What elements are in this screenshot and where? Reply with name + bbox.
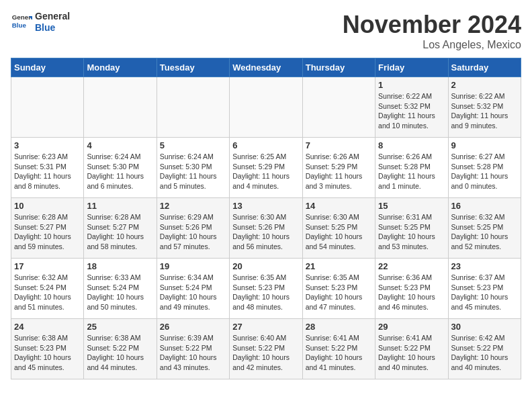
calendar-cell: 13Sunrise: 6:30 AM Sunset: 5:26 PM Dayli…	[230, 198, 302, 259]
day-info: Sunrise: 6:32 AM Sunset: 5:24 PM Dayligh…	[14, 273, 81, 312]
weekday-header: Sunday	[11, 58, 84, 77]
logo: General Blue General Blue	[11, 11, 70, 34]
location-subtitle: Los Angeles, Mexico	[343, 39, 521, 51]
day-number: 6	[232, 140, 299, 150]
calendar-cell: 11Sunrise: 6:28 AM Sunset: 5:27 PM Dayli…	[84, 198, 157, 259]
day-number: 30	[451, 322, 518, 332]
calendar-cell: 29Sunrise: 6:41 AM Sunset: 5:22 PM Dayli…	[375, 319, 448, 379]
day-number: 16	[451, 201, 518, 211]
day-info: Sunrise: 6:32 AM Sunset: 5:25 PM Dayligh…	[451, 212, 518, 252]
calendar-cell: 10Sunrise: 6:28 AM Sunset: 5:27 PM Dayli…	[11, 198, 84, 259]
day-number: 21	[306, 261, 372, 271]
calendar-cell: 14Sunrise: 6:30 AM Sunset: 5:25 PM Dayli…	[302, 198, 375, 259]
calendar-cell: 18Sunrise: 6:33 AM Sunset: 5:24 PM Dayli…	[84, 259, 157, 319]
day-info: Sunrise: 6:30 AM Sunset: 5:25 PM Dayligh…	[306, 212, 372, 252]
calendar-cell: 25Sunrise: 6:38 AM Sunset: 5:22 PM Dayli…	[84, 319, 157, 379]
calendar-cell: 1Sunrise: 6:22 AM Sunset: 5:32 PM Daylig…	[375, 77, 448, 138]
logo-general: General	[35, 11, 70, 22]
svg-text:General: General	[12, 13, 32, 21]
calendar-cell	[11, 77, 84, 138]
calendar-cell: 6Sunrise: 6:25 AM Sunset: 5:29 PM Daylig…	[230, 138, 302, 198]
day-info: Sunrise: 6:41 AM Sunset: 5:22 PM Dayligh…	[378, 333, 445, 373]
day-number: 29	[378, 322, 445, 332]
day-info: Sunrise: 6:42 AM Sunset: 5:22 PM Dayligh…	[451, 333, 518, 373]
day-info: Sunrise: 6:24 AM Sunset: 5:30 PM Dayligh…	[160, 152, 226, 191]
day-number: 10	[14, 201, 81, 211]
calendar-cell: 15Sunrise: 6:31 AM Sunset: 5:25 PM Dayli…	[375, 198, 448, 259]
day-number: 4	[87, 140, 153, 150]
calendar-cell	[84, 77, 157, 138]
weekday-header: Tuesday	[157, 58, 229, 77]
day-info: Sunrise: 6:22 AM Sunset: 5:32 PM Dayligh…	[451, 91, 518, 131]
day-number: 15	[378, 201, 445, 211]
calendar-cell: 17Sunrise: 6:32 AM Sunset: 5:24 PM Dayli…	[11, 259, 84, 319]
weekday-header: Friday	[375, 58, 448, 77]
calendar-header-row: SundayMondayTuesdayWednesdayThursdayFrid…	[11, 58, 521, 77]
calendar-cell: 28Sunrise: 6:41 AM Sunset: 5:22 PM Dayli…	[302, 319, 375, 379]
day-info: Sunrise: 6:29 AM Sunset: 5:26 PM Dayligh…	[160, 212, 226, 252]
day-number: 20	[232, 261, 299, 271]
day-number: 2	[451, 80, 518, 90]
day-info: Sunrise: 6:28 AM Sunset: 5:27 PM Dayligh…	[14, 212, 81, 252]
day-number: 1	[378, 80, 445, 90]
svg-text:Blue: Blue	[12, 21, 27, 29]
calendar-week-row: 24Sunrise: 6:38 AM Sunset: 5:23 PM Dayli…	[11, 319, 521, 379]
calendar-cell: 23Sunrise: 6:37 AM Sunset: 5:23 PM Dayli…	[448, 259, 521, 319]
day-info: Sunrise: 6:24 AM Sunset: 5:30 PM Dayligh…	[87, 152, 153, 191]
calendar-cell: 5Sunrise: 6:24 AM Sunset: 5:30 PM Daylig…	[157, 138, 229, 198]
month-title: November 2024	[343, 11, 521, 39]
weekday-header: Monday	[84, 58, 157, 77]
calendar-cell: 12Sunrise: 6:29 AM Sunset: 5:26 PM Dayli…	[157, 198, 229, 259]
calendar-cell: 21Sunrise: 6:35 AM Sunset: 5:23 PM Dayli…	[302, 259, 375, 319]
day-info: Sunrise: 6:27 AM Sunset: 5:28 PM Dayligh…	[451, 152, 518, 191]
calendar-cell: 20Sunrise: 6:35 AM Sunset: 5:23 PM Dayli…	[230, 259, 302, 319]
day-number: 5	[160, 140, 226, 150]
day-info: Sunrise: 6:26 AM Sunset: 5:29 PM Dayligh…	[306, 152, 372, 191]
day-info: Sunrise: 6:35 AM Sunset: 5:23 PM Dayligh…	[232, 273, 299, 312]
day-number: 11	[87, 201, 153, 211]
calendar-cell: 22Sunrise: 6:36 AM Sunset: 5:23 PM Dayli…	[375, 259, 448, 319]
logo-text: General Blue	[35, 11, 70, 34]
calendar-cell	[230, 77, 302, 138]
day-number: 25	[87, 322, 153, 332]
day-number: 26	[160, 322, 226, 332]
logo-icon: General Blue	[11, 11, 32, 33]
day-info: Sunrise: 6:23 AM Sunset: 5:31 PM Dayligh…	[14, 152, 81, 191]
calendar-table: SundayMondayTuesdayWednesdayThursdayFrid…	[11, 58, 521, 379]
day-info: Sunrise: 6:33 AM Sunset: 5:24 PM Dayligh…	[87, 273, 153, 312]
day-number: 18	[87, 261, 153, 271]
day-info: Sunrise: 6:28 AM Sunset: 5:27 PM Dayligh…	[87, 212, 153, 252]
calendar-cell: 2Sunrise: 6:22 AM Sunset: 5:32 PM Daylig…	[448, 77, 521, 138]
calendar-cell: 30Sunrise: 6:42 AM Sunset: 5:22 PM Dayli…	[448, 319, 521, 379]
day-info: Sunrise: 6:22 AM Sunset: 5:32 PM Dayligh…	[378, 91, 445, 131]
calendar-cell	[157, 77, 229, 138]
page-header: General Blue General Blue November 2024 …	[11, 11, 521, 51]
calendar-cell: 24Sunrise: 6:38 AM Sunset: 5:23 PM Dayli…	[11, 319, 84, 379]
calendar-cell: 16Sunrise: 6:32 AM Sunset: 5:25 PM Dayli…	[448, 198, 521, 259]
day-number: 12	[160, 201, 226, 211]
weekday-header: Saturday	[448, 58, 521, 77]
calendar-cell: 19Sunrise: 6:34 AM Sunset: 5:24 PM Dayli…	[157, 259, 229, 319]
day-number: 13	[232, 201, 299, 211]
calendar-cell: 27Sunrise: 6:40 AM Sunset: 5:22 PM Dayli…	[230, 319, 302, 379]
day-number: 8	[378, 140, 445, 150]
day-number: 24	[14, 322, 81, 332]
day-info: Sunrise: 6:39 AM Sunset: 5:22 PM Dayligh…	[160, 333, 226, 373]
calendar-week-row: 1Sunrise: 6:22 AM Sunset: 5:32 PM Daylig…	[11, 77, 521, 138]
day-number: 28	[306, 322, 372, 332]
calendar-cell	[302, 77, 375, 138]
day-number: 7	[306, 140, 372, 150]
calendar-cell: 26Sunrise: 6:39 AM Sunset: 5:22 PM Dayli…	[157, 319, 229, 379]
day-number: 27	[232, 322, 299, 332]
calendar-week-row: 17Sunrise: 6:32 AM Sunset: 5:24 PM Dayli…	[11, 259, 521, 319]
day-number: 19	[160, 261, 226, 271]
calendar-cell: 9Sunrise: 6:27 AM Sunset: 5:28 PM Daylig…	[448, 138, 521, 198]
weekday-header: Wednesday	[230, 58, 302, 77]
day-info: Sunrise: 6:25 AM Sunset: 5:29 PM Dayligh…	[232, 152, 299, 191]
calendar-cell: 4Sunrise: 6:24 AM Sunset: 5:30 PM Daylig…	[84, 138, 157, 198]
logo-blue: Blue	[35, 22, 70, 34]
day-number: 22	[378, 261, 445, 271]
day-info: Sunrise: 6:40 AM Sunset: 5:22 PM Dayligh…	[232, 333, 299, 373]
calendar-week-row: 3Sunrise: 6:23 AM Sunset: 5:31 PM Daylig…	[11, 138, 521, 198]
calendar-cell: 8Sunrise: 6:26 AM Sunset: 5:28 PM Daylig…	[375, 138, 448, 198]
